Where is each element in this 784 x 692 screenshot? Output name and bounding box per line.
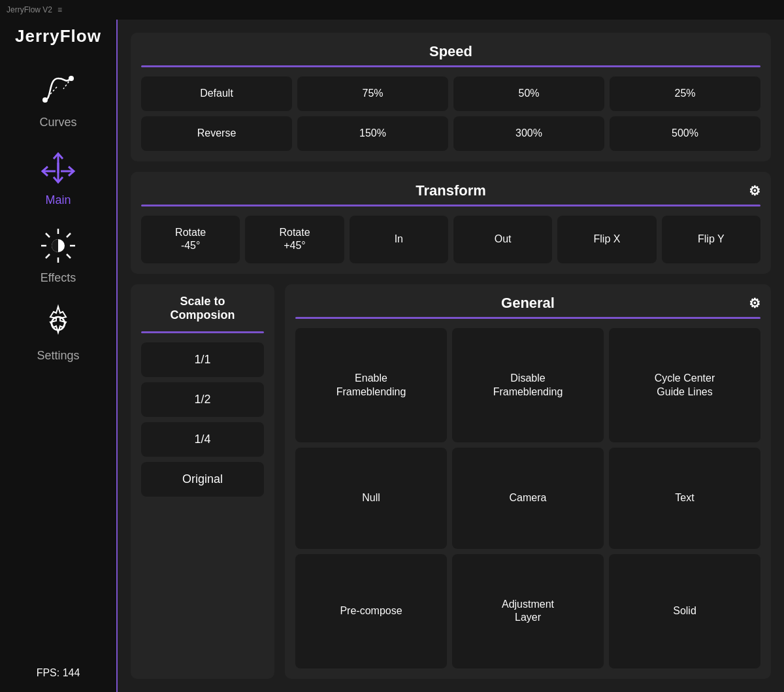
- content-area: Speed Default 75% 50% 25% Reverse 150% 3…: [118, 20, 784, 692]
- sidebar-item-effects-label: Effects: [41, 271, 76, 285]
- general-gear-icon[interactable]: ⚙: [749, 295, 760, 311]
- general-btn-solid[interactable]: Solid: [609, 554, 760, 668]
- sidebar-item-settings[interactable]: Settings: [0, 293, 116, 371]
- general-btn-text[interactable]: Text: [609, 448, 760, 548]
- general-panel-header: General ⚙: [295, 295, 760, 312]
- transform-btn-out[interactable]: Out: [453, 216, 552, 264]
- menu-icon[interactable]: ≡: [57, 5, 62, 14]
- app-name: JerryFlow V2: [7, 5, 52, 14]
- transform-btn-flipy[interactable]: Flip Y: [662, 216, 760, 264]
- scale-divider: [141, 331, 264, 333]
- speed-btn-500[interactable]: 500%: [610, 116, 760, 151]
- main-icon: [35, 145, 81, 191]
- speed-btn-300[interactable]: 300%: [453, 116, 604, 151]
- sidebar-item-curves[interactable]: Curves: [0, 59, 116, 137]
- scale-panel-title: Scale toComposion: [141, 295, 264, 322]
- fps-label: FPS: 144: [37, 661, 80, 685]
- general-btn-camera[interactable]: Camera: [452, 448, 604, 548]
- transform-divider: [141, 205, 760, 206]
- svg-line-14: [67, 254, 71, 258]
- transform-panel: Transform ⚙ Rotate-45° Rotate+45° In Out…: [131, 172, 771, 274]
- speed-btn-default[interactable]: Default: [141, 76, 292, 111]
- speed-btn-50[interactable]: 50%: [453, 76, 604, 111]
- scale-btn-original[interactable]: Original: [141, 462, 264, 497]
- general-btn-adjustment-layer[interactable]: AdjustmentLayer: [452, 554, 604, 668]
- transform-btn-in[interactable]: In: [350, 216, 448, 264]
- scale-btn-1-2[interactable]: 1/2: [141, 382, 264, 417]
- transform-panel-header: Transform ⚙: [141, 182, 760, 199]
- transform-gear-icon[interactable]: ⚙: [749, 183, 760, 199]
- general-button-grid: EnableFrameblending DisableFrameblending…: [295, 328, 760, 668]
- transform-btn-rotate-pos45[interactable]: Rotate+45°: [245, 216, 344, 264]
- transform-title: Transform: [416, 182, 486, 199]
- general-btn-cycle-center-guide[interactable]: Cycle CenterGuide Lines: [609, 328, 760, 442]
- main-layout: JerryFlow Curves: [0, 20, 784, 692]
- speed-btn-150[interactable]: 150%: [297, 116, 448, 151]
- transform-btn-rotate-neg45[interactable]: Rotate-45°: [141, 216, 240, 264]
- bottom-row: Scale toComposion 1/1 1/2 1/4 Original G…: [131, 284, 771, 679]
- speed-btn-reverse[interactable]: Reverse: [141, 116, 292, 151]
- scale-panel: Scale toComposion 1/1 1/2 1/4 Original: [131, 284, 274, 679]
- svg-line-16: [46, 254, 50, 258]
- speed-btn-25[interactable]: 25%: [610, 76, 760, 111]
- transform-button-grid: Rotate-45° Rotate+45° In Out Flip X Flip…: [141, 216, 760, 264]
- sidebar-item-effects[interactable]: Effects: [0, 215, 116, 293]
- sidebar: JerryFlow Curves: [0, 20, 118, 692]
- speed-title: Speed: [429, 43, 472, 60]
- scale-btn-1-4[interactable]: 1/4: [141, 422, 264, 457]
- speed-btn-75[interactable]: 75%: [297, 76, 448, 111]
- speed-button-grid: Default 75% 50% 25% Reverse 150% 300% 50…: [141, 76, 760, 151]
- general-btn-null[interactable]: Null: [295, 448, 447, 548]
- general-divider: [295, 317, 760, 319]
- sidebar-item-settings-label: Settings: [37, 349, 79, 363]
- general-title: General: [501, 295, 555, 312]
- curves-icon: [35, 67, 81, 113]
- speed-panel-header: Speed: [141, 43, 760, 60]
- effects-icon: [35, 223, 81, 269]
- titlebar: JerryFlow V2 ≡: [0, 0, 784, 20]
- general-btn-disable-frameblending[interactable]: DisableFrameblending: [452, 328, 604, 442]
- transform-btn-flipx[interactable]: Flip X: [557, 216, 656, 264]
- svg-line-15: [67, 233, 71, 237]
- sidebar-item-main[interactable]: Main: [0, 137, 116, 215]
- general-panel: General ⚙ EnableFrameblending DisableFra…: [285, 284, 771, 679]
- general-btn-enable-frameblending[interactable]: EnableFrameblending: [295, 328, 447, 442]
- speed-divider: [141, 65, 760, 67]
- speed-panel: Speed Default 75% 50% 25% Reverse 150% 3…: [131, 33, 771, 161]
- scale-btn-1-1[interactable]: 1/1: [141, 342, 264, 377]
- sidebar-item-curves-label: Curves: [39, 116, 76, 129]
- settings-icon: [35, 301, 81, 346]
- logo: JerryFlow: [15, 26, 101, 46]
- svg-line-13: [46, 233, 50, 237]
- general-btn-pre-compose[interactable]: Pre-compose: [295, 554, 447, 668]
- sidebar-item-main-label: Main: [45, 193, 71, 207]
